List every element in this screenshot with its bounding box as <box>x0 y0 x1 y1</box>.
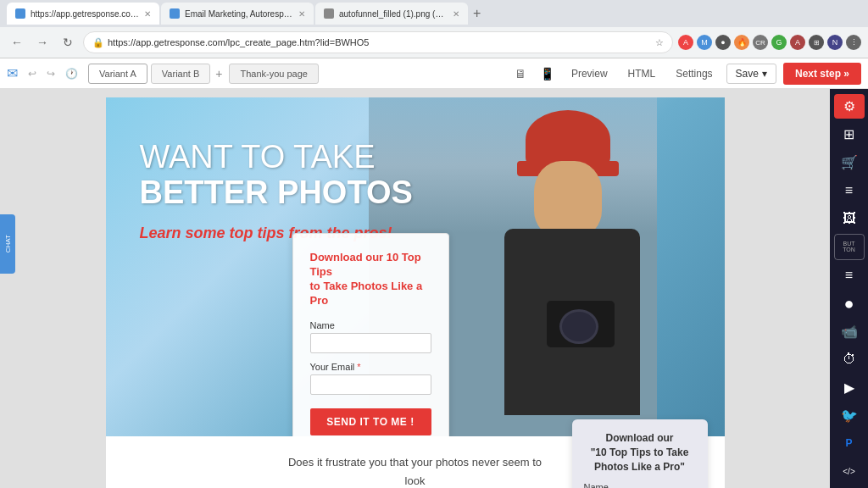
chat-label: CHAT <box>4 235 12 252</box>
landing-page: WANT TO TAKE BETTER PHOTOS Learn some to… <box>106 97 725 488</box>
bookmark-icon[interactable]: ☆ <box>655 37 664 48</box>
tab-favicon-3 <box>324 8 334 19</box>
redo-button[interactable]: ↪ <box>43 66 58 81</box>
tool-text[interactable]: ≡ <box>834 178 865 202</box>
browser-action-9[interactable]: N <box>827 35 843 50</box>
thank-you-page-tab[interactable]: Thank-you page <box>229 64 319 84</box>
grid-icon: ⊞ <box>843 126 854 142</box>
next-step-button[interactable]: Next step » <box>783 63 861 85</box>
hero-section: WANT TO TAKE BETTER PHOTOS Learn some to… <box>106 97 725 436</box>
forward-button[interactable]: → <box>32 36 53 49</box>
tab-1[interactable]: Email Marketing, Autorespons... ✕ <box>161 3 314 25</box>
tool-code[interactable]: </> <box>834 459 865 484</box>
chat-tab[interactable]: CHAT <box>0 214 15 274</box>
send-button[interactable]: SEND IT TO ME ! <box>310 408 431 435</box>
button-label: BUTTON <box>843 241 855 252</box>
new-tab-button[interactable]: + <box>473 6 481 21</box>
cart-icon: 🛒 <box>841 154 858 170</box>
paypal-icon: P <box>845 437 852 449</box>
toolbar-left: ↩ ↪ 🕐 <box>25 66 81 81</box>
tool-grid[interactable]: ⊞ <box>834 122 865 147</box>
variant-b-tab[interactable]: Variant B <box>151 64 210 84</box>
tool-twitter[interactable]: 🐦 <box>834 403 865 428</box>
tab-2[interactable]: https://app.getresponse.com/... ✕ <box>7 3 159 25</box>
mail-icon: ✉ <box>7 65 18 81</box>
browser-action-5[interactable]: CR <box>753 35 768 50</box>
name-input[interactable] <box>310 333 431 353</box>
browser-actions: A M ● 🔥 CR G A ⊞ N ⋮ <box>678 35 861 50</box>
tab-close-2[interactable]: ✕ <box>144 9 151 19</box>
tool-play[interactable]: ▶ <box>834 375 865 400</box>
url-text: https://app.getresponse.com/lpc_create_p… <box>108 37 648 47</box>
tab-close-1[interactable]: ✕ <box>298 9 305 19</box>
play-icon: ▶ <box>844 380 854 396</box>
add-variant-button[interactable]: + <box>215 67 222 80</box>
name-label: Name <box>310 320 431 330</box>
browser-chrome: https://app.getresponse.com/... ✕ Email … <box>0 0 868 58</box>
camera <box>547 301 615 347</box>
tool-button[interactable]: BUTTON <box>834 234 865 259</box>
name-field: Name <box>310 320 431 353</box>
email-input[interactable] <box>310 374 431 395</box>
tool-divider[interactable]: ≡ <box>834 263 865 288</box>
below-text: Does it frustrate you that your photos n… <box>280 453 551 488</box>
browser-action-3[interactable]: ● <box>715 35 731 50</box>
variant-a-tab[interactable]: Variant A <box>88 64 147 84</box>
tab-bar: https://app.getresponse.com/... ✕ Email … <box>0 0 868 27</box>
circle-icon: ● <box>843 294 854 313</box>
email-field: Your Email * <box>310 362 431 395</box>
tab-label-1: Email Marketing, Autorespons... <box>185 9 293 19</box>
browser-action-8[interactable]: ⊞ <box>809 35 824 50</box>
tab-label-3: autofunnel_filled (1).png (273... <box>339 9 448 19</box>
back-button[interactable]: ← <box>7 36 27 49</box>
twitter-icon: 🐦 <box>841 408 858 424</box>
desktop-preview-button[interactable]: 🖥 <box>511 65 530 82</box>
tool-video[interactable]: 📹 <box>834 319 865 344</box>
main-area: CHAT <box>0 89 868 488</box>
image-icon: 🖼 <box>843 211 856 226</box>
person-face <box>534 161 602 237</box>
tool-paypal[interactable]: P <box>834 431 865 456</box>
tool-circle[interactable]: ● <box>834 291 865 316</box>
html-button[interactable]: HTML <box>621 64 663 83</box>
address-bar-row: ← → ↻ 🔒 https://app.getresponse.com/lpc_… <box>0 27 868 58</box>
tool-timer[interactable]: ⏱ <box>834 347 865 372</box>
settings-button[interactable]: Settings <box>669 64 719 83</box>
browser-action-6[interactable]: G <box>771 35 787 50</box>
tab-favicon-2 <box>15 8 25 19</box>
tab-close-3[interactable]: ✕ <box>453 9 459 19</box>
save-button[interactable]: Save ▾ <box>726 64 776 84</box>
gear-icon: ⚙ <box>843 98 855 114</box>
required-indicator: * <box>357 362 360 372</box>
tab-label-2: https://app.getresponse.com/... <box>31 9 139 19</box>
email-label: Your Email * <box>310 362 431 372</box>
tool-settings[interactable]: ⚙ <box>834 94 865 119</box>
hero-text: WANT TO TAKE BETTER PHOTOS Learn some to… <box>140 140 413 242</box>
browser-action-10[interactable]: ⋮ <box>846 35 861 50</box>
canvas-wrapper: WANT TO TAKE BETTER PHOTOS Learn some to… <box>106 97 725 488</box>
below-hero-section: Does it frustrate you that your photos n… <box>106 436 725 488</box>
reload-button[interactable]: ↻ <box>58 36 78 49</box>
preview-button[interactable]: Preview <box>565 64 615 83</box>
divider-icon: ≡ <box>845 268 853 283</box>
code-icon: </> <box>843 467 854 476</box>
floating-card-title: Download our "10 Top Tips to Take Photos… <box>584 431 696 474</box>
mobile-preview-button[interactable]: 📱 <box>537 65 558 82</box>
canvas-area: CHAT <box>0 89 830 488</box>
browser-action-7[interactable]: A <box>790 35 805 50</box>
browser-action-1[interactable]: A <box>678 35 693 50</box>
hero-title: WANT TO TAKE BETTER PHOTOS <box>140 140 413 211</box>
browser-action-4[interactable]: 🔥 <box>734 35 749 50</box>
undo-button[interactable]: ↩ <box>25 66 40 81</box>
history-button[interactable]: 🕐 <box>62 66 81 81</box>
video-icon: 📹 <box>841 324 858 340</box>
text-lines-icon: ≡ <box>845 183 853 198</box>
tool-image[interactable]: 🖼 <box>834 206 865 230</box>
app-toolbar: ✉ ↩ ↪ 🕐 Variant A Variant B + Thank-you … <box>0 58 868 89</box>
address-bar[interactable]: 🔒 https://app.getresponse.com/lpc_create… <box>83 31 673 53</box>
browser-action-2[interactable]: M <box>697 35 712 50</box>
tab-3[interactable]: autofunnel_filled (1).png (273... ✕ <box>315 3 468 25</box>
tool-cart[interactable]: 🛒 <box>834 150 865 175</box>
toolbar-right: 🖥 📱 Preview HTML Settings Save ▾ Next st… <box>511 63 861 85</box>
floating-card-name-label: Name <box>584 482 696 488</box>
